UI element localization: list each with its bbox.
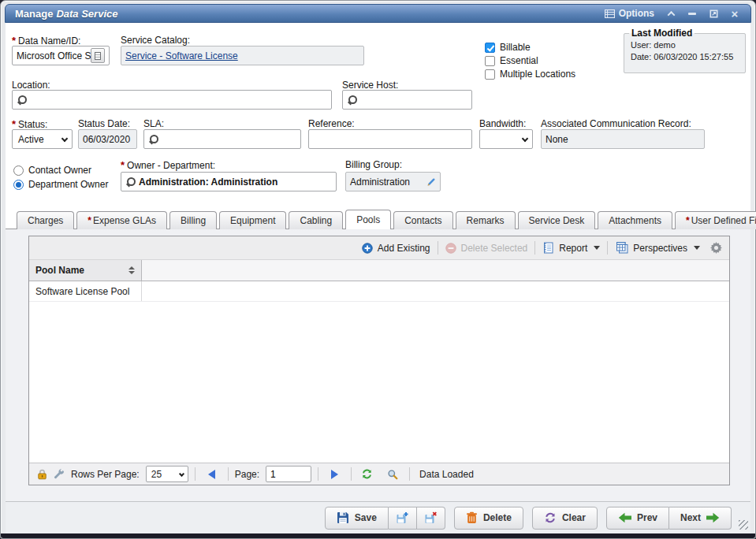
- billable-checkbox[interactable]: [485, 43, 495, 53]
- tab-user-defined-fields[interactable]: *User Defined Fields: [675, 211, 756, 229]
- close-button[interactable]: ×: [730, 8, 739, 19]
- grid-header-row: Pool Name: [29, 260, 729, 281]
- essential-checkbox[interactable]: [485, 56, 495, 66]
- refresh-icon[interactable]: [361, 468, 373, 480]
- last-modified-panel: Last Modified User: demo Date: 06/03/202…: [624, 28, 746, 73]
- options-menu-icon: [605, 9, 615, 18]
- resize-grip[interactable]: [739, 520, 748, 530]
- chevron-up-icon: [667, 10, 675, 18]
- contact-owner-radio[interactable]: [13, 165, 24, 176]
- pager-separator: [409, 467, 410, 481]
- toolbar-separator: [438, 241, 438, 255]
- search-icon: [149, 135, 158, 144]
- id-lookup-button[interactable]: [91, 48, 105, 63]
- rows-per-page-select[interactable]: 25: [146, 466, 188, 482]
- tab-service-desk[interactable]: Service Desk: [518, 211, 596, 229]
- tab-contacts[interactable]: Contacts: [393, 211, 452, 229]
- department-owner-radio-row: Department Owner: [13, 179, 108, 190]
- multiple-locations-checkbox[interactable]: [485, 69, 495, 80]
- delete-button[interactable]: Delete: [454, 507, 523, 530]
- owner-department-label: *Owner - Department:: [121, 159, 215, 171]
- multiple-locations-label: Multiple Locations: [500, 69, 575, 80]
- popout-button[interactable]: [709, 8, 718, 19]
- service-catalog-field: Service - Software License: [121, 46, 364, 65]
- sla-input[interactable]: [162, 130, 296, 148]
- tab-attachments[interactable]: Attachments: [598, 211, 672, 229]
- data-name-input[interactable]: [17, 46, 91, 65]
- tab-strip: Charges *Expense GLAs Billing Equipment …: [17, 210, 756, 229]
- save-and-new-button[interactable]: [389, 507, 417, 530]
- service-catalog-link[interactable]: Service - Software License: [125, 50, 238, 61]
- last-modified-user: User: demo: [631, 39, 739, 51]
- sort-icon[interactable]: [128, 266, 135, 274]
- next-page-button[interactable]: [331, 470, 338, 479]
- data-name-field: [12, 46, 110, 65]
- edit-pencil-icon[interactable]: [426, 177, 436, 187]
- tab-charges[interactable]: Charges: [17, 211, 74, 229]
- location-input[interactable]: [30, 91, 327, 109]
- tab-billing[interactable]: Billing: [169, 211, 217, 229]
- tab-equipment[interactable]: Equipment: [219, 211, 286, 229]
- contact-owner-radio-row: Contact Owner: [13, 165, 91, 176]
- chevron-down-icon: [61, 136, 68, 142]
- reference-field: [308, 129, 472, 149]
- page-number-input[interactable]: [266, 466, 311, 482]
- wrench-icon[interactable]: [54, 469, 65, 480]
- last-modified-date: Date: 06/03/2020 15:27:55: [631, 51, 739, 63]
- tab-remarks[interactable]: Remarks: [456, 211, 516, 229]
- close-icon: ×: [732, 8, 739, 20]
- clear-icon: [544, 511, 557, 524]
- reference-input[interactable]: [313, 130, 467, 148]
- tab-cabling[interactable]: Cabling: [289, 211, 343, 229]
- lock-icon[interactable]: [37, 469, 47, 480]
- window-bottom-edge: [1, 533, 755, 538]
- chevron-down-icon: [694, 246, 700, 250]
- add-existing-button[interactable]: Add Existing: [362, 243, 430, 254]
- titlebar: ManageData Service Options ×: [5, 4, 751, 23]
- table-row[interactable]: Software License Pool: [29, 281, 729, 302]
- next-button[interactable]: Next: [669, 507, 732, 530]
- page-label: Page:: [235, 469, 259, 480]
- status-select[interactable]: Active: [12, 129, 73, 149]
- essential-label: Essential: [500, 55, 538, 66]
- save-button-group: Save: [325, 507, 445, 530]
- pager-separator: [318, 467, 318, 481]
- document-icon: [95, 52, 101, 60]
- popout-icon: [709, 9, 718, 18]
- delete-selected-button[interactable]: Delete Selected: [445, 243, 528, 254]
- remove-icon: [445, 243, 456, 254]
- save-button[interactable]: Save: [325, 507, 389, 530]
- save-icon: [337, 511, 349, 524]
- department-owner-radio[interactable]: [13, 180, 24, 190]
- window-title: ManageData Service: [6, 8, 117, 20]
- save-close-icon: [424, 511, 438, 524]
- bandwidth-select[interactable]: [479, 129, 533, 149]
- search-grid-icon[interactable]: [387, 469, 398, 480]
- collapse-button[interactable]: [666, 8, 676, 19]
- grid-pager: Rows Per Page: 25 Page: Data Loaded: [29, 463, 729, 485]
- footer-bar: Save Delete Clear Prev Next: [6, 501, 750, 533]
- prev-button[interactable]: Prev: [606, 507, 669, 530]
- clear-button[interactable]: Clear: [532, 507, 598, 530]
- tab-pools[interactable]: Pools: [345, 210, 391, 229]
- contact-owner-label: Contact Owner: [28, 165, 91, 176]
- tab-expense-glas[interactable]: *Expense GLAs: [76, 211, 167, 229]
- pager-separator: [195, 467, 196, 481]
- chevron-down-icon: [594, 246, 600, 250]
- sla-field: [143, 129, 301, 149]
- service-host-input[interactable]: [360, 91, 467, 109]
- toolbar-separator: [534, 241, 535, 255]
- column-header-pool-name[interactable]: Pool Name: [29, 260, 142, 281]
- previous-page-button[interactable]: [208, 470, 215, 479]
- save-and-close-button[interactable]: [417, 507, 445, 530]
- report-button[interactable]: Report: [542, 242, 600, 254]
- grid-settings-button[interactable]: [710, 242, 722, 254]
- billable-label: Billable: [500, 42, 531, 53]
- status-date-field: 06/03/2020: [78, 129, 137, 149]
- last-modified-legend: Last Modified: [629, 28, 695, 39]
- minimize-button[interactable]: [687, 8, 697, 19]
- perspectives-button[interactable]: Perspectives: [615, 242, 700, 254]
- owner-department-field[interactable]: Administration: Administration: [121, 172, 337, 191]
- options-button[interactable]: Options: [605, 8, 654, 19]
- search-icon: [348, 95, 357, 105]
